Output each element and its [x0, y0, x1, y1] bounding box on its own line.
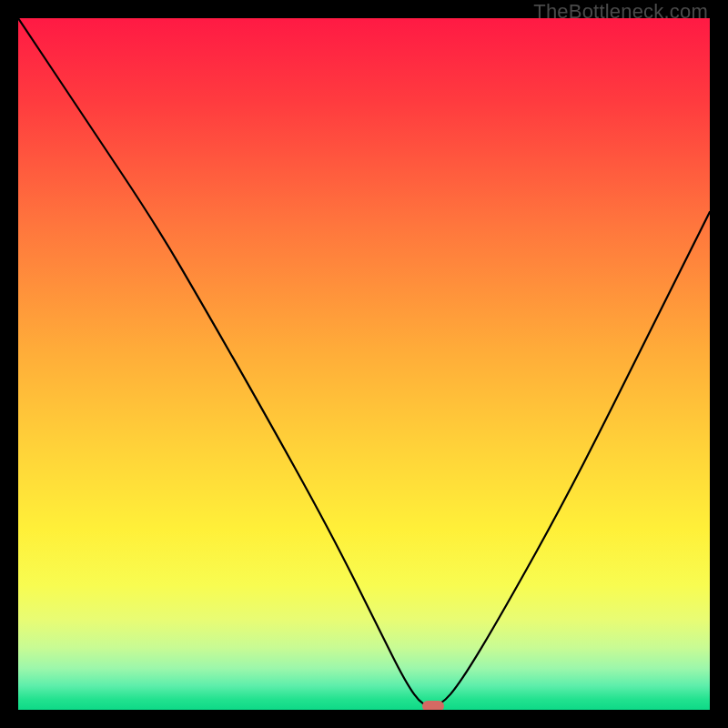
- bottleneck-curve: [18, 18, 710, 710]
- optimal-point-marker: [422, 701, 444, 710]
- chart-frame: TheBottleneck.com: [0, 0, 728, 728]
- plot-area: [18, 18, 710, 710]
